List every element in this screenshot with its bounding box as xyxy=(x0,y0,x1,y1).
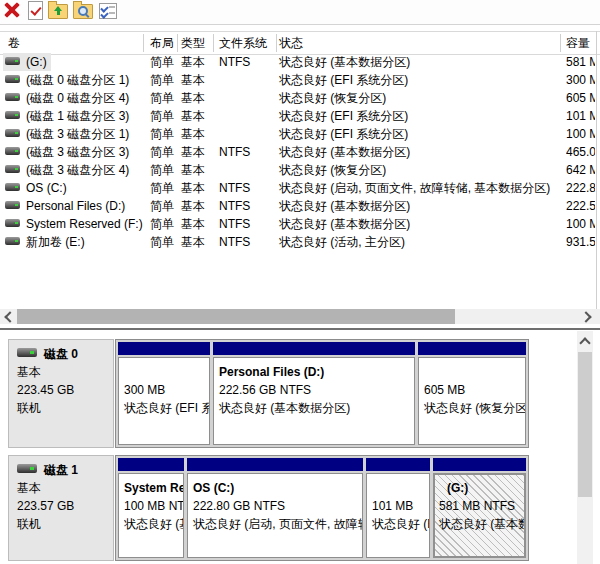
disk-state: 联机 xyxy=(17,399,113,417)
table-row[interactable]: 新加卷 (E:) 简单 基本 NTFS 状态良好 (活动, 主分区) 931.5… xyxy=(0,233,600,251)
folder-up-icon[interactable] xyxy=(47,1,69,22)
table-row[interactable]: OS (C:) 简单 基本 NTFS 状态良好 (启动, 页面文件, 故障转储,… xyxy=(0,179,600,197)
partition-g-selected[interactable]: (G:) 581 MB NTFS 状态良好 (基本数据分区) xyxy=(433,458,526,558)
layout-cell: 简单 xyxy=(150,215,174,233)
disk-name: 磁盘 0 xyxy=(44,347,78,361)
table-row[interactable]: System Reserved (F:) 简单 基本 NTFS 状态良好 (基本… xyxy=(0,215,600,233)
type-cell: 基本 xyxy=(181,143,205,161)
disk-icon xyxy=(17,348,37,357)
volume-list: (G:) 简单 基本 NTFS 状态良好 (基本数据分区) 581 MB (磁盘… xyxy=(0,53,600,251)
partition-recovery[interactable]: 605 MB 状态良好 (恢复分区) xyxy=(418,342,526,445)
table-row[interactable]: (磁盘 0 磁盘分区 1) 简单 基本 状态良好 (EFI 系统分区) 300 … xyxy=(0,71,600,89)
layout-cell: 简单 xyxy=(150,197,174,215)
volume-icon xyxy=(5,57,20,65)
column-divider[interactable] xyxy=(213,34,214,52)
layout-cell: 简单 xyxy=(150,125,174,143)
partition-efi[interactable]: 300 MB 状态良好 (EFI 系统分区) xyxy=(118,342,210,445)
type-cell: 基本 xyxy=(181,107,205,125)
column-divider[interactable] xyxy=(560,34,561,52)
vertical-scrollbar[interactable] xyxy=(577,331,593,564)
selected-volume-highlight: (G:) xyxy=(3,53,51,71)
delete-icon[interactable] xyxy=(1,1,23,22)
partition-label xyxy=(424,363,521,381)
column-header-capacity[interactable]: 容量 xyxy=(566,32,590,54)
status-cell: 状态良好 (活动, 主分区) xyxy=(279,233,559,251)
scroll-left-button[interactable] xyxy=(0,309,17,324)
partition-size: 100 MB NTFS xyxy=(124,497,179,515)
volume-name: (磁盘 0 磁盘分区 4) xyxy=(26,91,129,105)
partition-status: 状态良好 (EFI 系统分区) xyxy=(124,399,205,417)
type-cell: 基本 xyxy=(181,197,205,215)
partition-label: OS (C:) xyxy=(193,479,358,497)
vertical-scrollbar-thumb[interactable] xyxy=(578,352,592,497)
column-header-type[interactable]: 类型 xyxy=(181,32,205,54)
disk-0-panel[interactable]: 磁盘 0 基本 223.45 GB 联机 xyxy=(8,339,114,448)
check-document-icon[interactable] xyxy=(24,1,46,22)
volume-name: OS (C:) xyxy=(26,181,67,195)
status-cell: 状态良好 (恢复分区) xyxy=(279,161,559,179)
partition-color-bar xyxy=(433,458,526,471)
table-row[interactable]: (磁盘 3 磁盘分区 3) 简单 基本 NTFS 状态良好 (基本数据分区) 4… xyxy=(0,143,600,161)
volume-icon xyxy=(5,111,20,119)
scroll-right-button[interactable] xyxy=(579,309,596,324)
type-cell: 基本 xyxy=(181,53,205,71)
checklist-icon[interactable] xyxy=(97,1,119,22)
horizontal-scrollbar[interactable] xyxy=(0,309,600,324)
capacity-cell: 222.80 GB xyxy=(566,179,595,197)
fs-cell: NTFS xyxy=(219,53,250,71)
table-row[interactable]: Personal Files (D:) 简单 基本 NTFS 状态良好 (基本数… xyxy=(0,197,600,215)
status-cell: 状态良好 (恢复分区) xyxy=(279,89,559,107)
volume-icon xyxy=(5,75,20,83)
column-divider[interactable] xyxy=(177,34,178,52)
partition-label: Personal Files (D:) xyxy=(219,363,410,381)
partition-color-bar xyxy=(418,342,526,355)
pane-splitter[interactable] xyxy=(0,328,600,330)
partition-size: 222.56 GB NTFS xyxy=(219,381,410,399)
volume-name: 新加卷 (E:) xyxy=(26,235,85,249)
volume-icon xyxy=(5,201,20,209)
table-row[interactable]: (磁盘 3 磁盘分区 1) 简单 基本 状态良好 (EFI 系统分区) 100 … xyxy=(0,125,600,143)
partition-efi-disk1[interactable]: 101 MB 状态良好 (EFI 系统分区) xyxy=(366,458,430,558)
partition-system-reserved[interactable]: System Reserved (F:) 100 MB NTFS 状态良好 (基… xyxy=(118,458,184,558)
partition-color-bar xyxy=(118,342,210,355)
scroll-up-button[interactable] xyxy=(577,333,593,351)
fs-cell: NTFS xyxy=(219,215,250,233)
type-cell: 基本 xyxy=(181,215,205,233)
partition-size: 101 MB xyxy=(372,497,425,515)
volume-name: (G:) xyxy=(26,55,47,69)
column-header-layout[interactable]: 布局 xyxy=(150,32,174,54)
disk-icon xyxy=(17,464,37,473)
volume-name: (磁盘 1 磁盘分区 3) xyxy=(26,109,129,123)
column-header-fs[interactable]: 文件系统 xyxy=(219,32,267,54)
status-cell: 状态良好 (EFI 系统分区) xyxy=(279,107,559,125)
folder-search-icon[interactable] xyxy=(72,1,94,22)
table-row[interactable]: (磁盘 3 磁盘分区 4) 简单 基本 状态良好 (恢复分区) 642 MB xyxy=(0,161,600,179)
capacity-cell: 100 MB xyxy=(566,215,595,233)
disk-state: 联机 xyxy=(17,515,113,533)
fs-cell: NTFS xyxy=(219,143,250,161)
partition-d[interactable]: Personal Files (D:) 222.56 GB NTFS 状态良好 … xyxy=(213,342,415,445)
disk-0-partitions: 300 MB 状态良好 (EFI 系统分区) Personal Files (D… xyxy=(115,339,529,448)
volume-icon xyxy=(5,237,20,245)
table-row-g[interactable]: (G:) 简单 基本 NTFS 状态良好 (基本数据分区) 581 MB xyxy=(0,53,600,71)
partition-label xyxy=(124,363,205,381)
partition-c[interactable]: OS (C:) 222.80 GB NTFS 状态良好 (启动, 页面文件, 故… xyxy=(187,458,363,558)
table-row[interactable]: (磁盘 1 磁盘分区 3) 简单 基本 状态良好 (EFI 系统分区) 101 … xyxy=(0,107,600,125)
layout-cell: 简单 xyxy=(150,233,174,251)
selected-partition-hatch: (G:) 581 MB NTFS 状态良好 (基本数据分区) xyxy=(433,473,526,558)
disk-1-partitions: System Reserved (F:) 100 MB NTFS 状态良好 (基… xyxy=(115,455,529,561)
disk-size: 223.45 GB xyxy=(17,381,113,399)
partition-color-bar xyxy=(213,342,415,355)
disk-1-panel[interactable]: 磁盘 1 基本 223.57 GB 联机 xyxy=(8,455,114,561)
column-header-status[interactable]: 状态 xyxy=(279,32,303,54)
fs-cell: NTFS xyxy=(219,233,250,251)
capacity-cell: 100 MB xyxy=(566,125,595,143)
volume-name: (磁盘 3 磁盘分区 3) xyxy=(26,145,129,159)
status-cell: 状态良好 (基本数据分区) xyxy=(279,143,559,161)
column-header-volume[interactable]: 卷 xyxy=(8,32,20,54)
horizontal-scrollbar-thumb[interactable] xyxy=(17,309,455,324)
column-divider[interactable] xyxy=(276,34,277,52)
column-divider[interactable] xyxy=(143,34,144,52)
type-cell: 基本 xyxy=(181,233,205,251)
table-row[interactable]: (磁盘 0 磁盘分区 4) 简单 基本 状态良好 (恢复分区) 605 MB xyxy=(0,89,600,107)
